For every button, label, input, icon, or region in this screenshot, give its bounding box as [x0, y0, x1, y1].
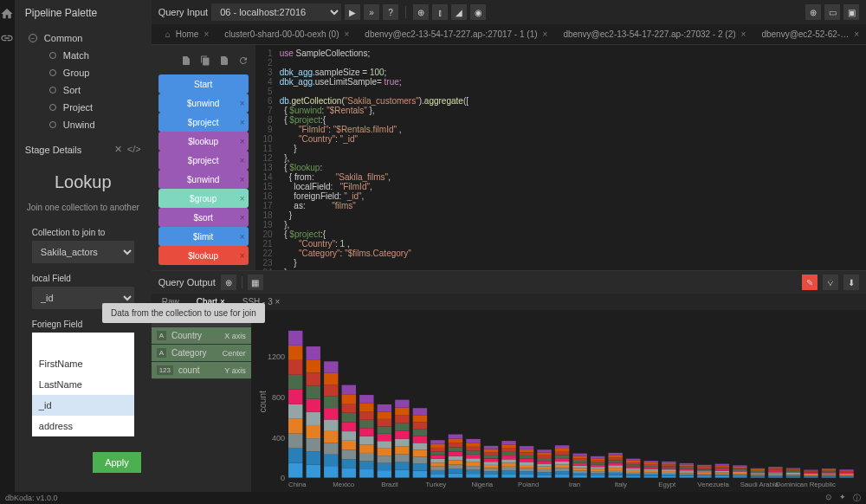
- close-icon[interactable]: ×: [240, 156, 245, 165]
- close-icon[interactable]: ×: [240, 213, 245, 223]
- chart-config-row[interactable]: 123countY axis: [152, 362, 251, 379]
- svg-text:800: 800: [272, 393, 285, 402]
- dropdown-option[interactable]: address: [32, 416, 134, 436]
- close-icon[interactable]: ×: [240, 137, 245, 146]
- svg-rect-166: [572, 473, 586, 475]
- dropdown-option[interactable]: LastName: [32, 374, 134, 395]
- help-button[interactable]: ?: [383, 4, 398, 20]
- svg-rect-224: [662, 462, 675, 463]
- close-icon[interactable]: ×: [204, 29, 209, 39]
- pipeline-stage[interactable]: $sort×: [158, 208, 249, 227]
- chart-button[interactable]: ◢: [451, 4, 467, 20]
- svg-rect-37: [341, 449, 355, 459]
- svg-rect-24: [306, 346, 320, 359]
- home-icon[interactable]: [0, 7, 14, 21]
- run-all-button[interactable]: »: [364, 4, 379, 20]
- output-download-button[interactable]: ⬇: [843, 275, 859, 290]
- svg-rect-57: [377, 456, 391, 462]
- dropdown-option[interactable]: FirstName: [32, 353, 134, 374]
- close-icon[interactable]: ×: [345, 29, 350, 39]
- dropdown-option[interactable]: _id: [32, 395, 134, 416]
- pipeline-stage[interactable]: Start: [158, 74, 249, 94]
- close-icon[interactable]: ×: [275, 297, 281, 307]
- close-icon[interactable]: ×: [240, 99, 245, 108]
- close-icon[interactable]: ✕: [114, 144, 122, 155]
- output-filter-button[interactable]: ⩒: [823, 275, 838, 290]
- pipeline-stage[interactable]: $lookup×: [158, 132, 249, 151]
- close-icon[interactable]: ×: [240, 251, 245, 261]
- palette-item-project[interactable]: Project: [15, 99, 152, 116]
- open-button[interactable]: ▭: [824, 4, 840, 20]
- pipeline-stage[interactable]: $project×: [158, 113, 249, 132]
- svg-rect-96: [448, 469, 462, 474]
- svg-rect-176: [591, 474, 604, 475]
- export-icon[interactable]: [181, 55, 191, 66]
- stats-button[interactable]: ⫿: [432, 4, 448, 20]
- status-support-icon[interactable]: ⊙: [825, 493, 832, 504]
- palette-item-group[interactable]: Group: [15, 64, 152, 81]
- zoom-button[interactable]: ⊕: [413, 4, 429, 20]
- pipeline-stage[interactable]: $limit×: [158, 227, 249, 246]
- svg-rect-185: [608, 475, 622, 478]
- pipeline-stage[interactable]: $lookup×: [158, 246, 249, 265]
- editor-tab[interactable]: ⌂Home×: [158, 24, 216, 45]
- svg-rect-138: [520, 465, 533, 468]
- close-icon[interactable]: ×: [240, 194, 245, 204]
- close-icon[interactable]: ×: [240, 175, 245, 184]
- output-edit-button[interactable]: ✎: [802, 275, 818, 290]
- code-editor[interactable]: 1use SampleCollections;23dbk_agg.sampleS…: [255, 45, 866, 270]
- svg-rect-251: [714, 468, 728, 469]
- pipeline-stage[interactable]: $project×: [158, 151, 249, 170]
- editor-tab[interactable]: dbenvy@ec2-13-54-17-227.ap-:27032 - 2 (2…: [556, 24, 753, 45]
- run-button[interactable]: ▶: [345, 4, 360, 20]
- svg-rect-22: [306, 372, 320, 385]
- svg-rect-227: [679, 474, 693, 475]
- svg-rect-44: [341, 385, 355, 395]
- palette-item-match[interactable]: Match: [15, 47, 152, 64]
- close-icon[interactable]: ×: [240, 118, 245, 127]
- pipeline-stage[interactable]: $group×: [158, 189, 249, 208]
- svg-rect-289: [785, 473, 799, 474]
- apply-button[interactable]: Apply: [93, 452, 141, 473]
- status-bug-icon[interactable]: ✦: [839, 493, 846, 504]
- palette-item-sort[interactable]: Sort: [15, 81, 152, 99]
- copy-icon[interactable]: [200, 55, 210, 66]
- svg-rect-18: [306, 425, 320, 438]
- refresh-icon[interactable]: [238, 55, 249, 66]
- svg-rect-235: [697, 476, 711, 477]
- svg-rect-205: [643, 476, 657, 478]
- editor-tab[interactable]: dbenvy@ec2-13-54-17-227.ap-:27017 - 1 (1…: [358, 24, 554, 45]
- tooltip: Data from the collection to use for join: [102, 303, 265, 323]
- chart-config-row[interactable]: ACountryX axis: [152, 327, 251, 345]
- doc-icon[interactable]: [219, 55, 229, 66]
- close-icon[interactable]: ×: [240, 232, 245, 242]
- svg-rect-143: [520, 449, 533, 453]
- code-icon[interactable]: </>: [127, 144, 141, 155]
- collection-select[interactable]: Sakila_actors: [32, 241, 134, 263]
- svg-rect-262: [733, 468, 746, 468]
- svg-rect-92: [430, 448, 444, 451]
- add-button[interactable]: ⊕: [805, 4, 821, 20]
- link-icon[interactable]: [0, 31, 14, 45]
- svg-rect-212: [643, 464, 657, 466]
- svg-rect-211: [643, 466, 657, 468]
- output-grid-button[interactable]: ▦: [248, 275, 263, 290]
- chart-config-row[interactable]: ACategoryCenter: [152, 345, 251, 362]
- pipeline-stage[interactable]: $unwind×: [158, 94, 249, 113]
- palette-group-common[interactable]: Common: [15, 29, 152, 47]
- palette-item-unwind[interactable]: Unwind: [15, 116, 152, 133]
- connection-select[interactable]: 06 - localhost:27016: [211, 3, 341, 21]
- output-zoom-button[interactable]: ⊕: [221, 275, 236, 290]
- pipeline-stage[interactable]: $unwind×: [158, 170, 249, 189]
- globe-button[interactable]: ◉: [470, 4, 486, 20]
- close-icon[interactable]: ×: [543, 29, 548, 39]
- save-button[interactable]: ▣: [843, 4, 859, 20]
- foreignfield-input[interactable]: [32, 333, 134, 353]
- editor-tab[interactable]: cluster0-shard-00-00-oexh (0)×: [217, 24, 356, 45]
- status-info-icon[interactable]: ⓘ: [853, 493, 861, 504]
- editor-tab[interactable]: dbenvy@ec2-52-62-…×: [754, 24, 866, 45]
- svg-rect-48: [359, 444, 373, 453]
- close-icon[interactable]: ×: [741, 29, 746, 39]
- close-icon[interactable]: ×: [854, 29, 859, 39]
- svg-text:Dominican Republic: Dominican Republic: [775, 481, 835, 488]
